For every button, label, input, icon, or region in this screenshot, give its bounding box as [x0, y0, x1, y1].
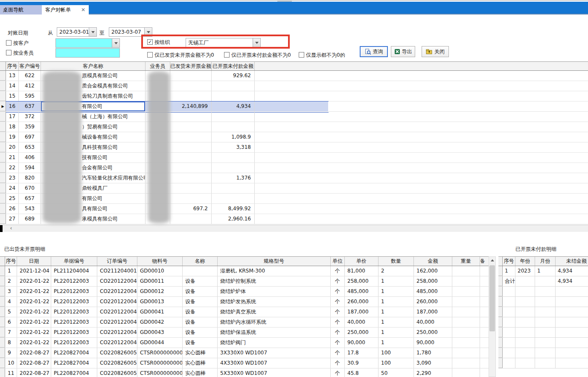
by-org-checkbox[interactable]: ✓: [147, 39, 153, 45]
table-row[interactable]: 22 594 合金有限公司: [0, 163, 588, 173]
table-row[interactable]: ▶ 16 637 有限公司 2,140,899 4,934: [0, 102, 588, 112]
col-header-qty[interactable]: 数量: [378, 257, 414, 266]
table-row[interactable]: 17 372 械（上海）有限公司: [0, 112, 588, 122]
row-selector-cell[interactable]: [0, 287, 5, 296]
row-selector-cell[interactable]: [498, 297, 503, 307]
row-selector-cell[interactable]: [0, 112, 6, 122]
row-selector-cell[interactable]: [0, 214, 6, 224]
col-header-no[interactable]: 序号: [503, 257, 515, 266]
table-row[interactable]: 14 412 质合金模具有限公司: [0, 81, 588, 91]
chevron-down-icon[interactable]: [112, 39, 119, 47]
tab-desktop-navigation[interactable]: 桌面导航: [0, 5, 42, 14]
table-row[interactable]: 25 657 有限公司: [0, 194, 588, 204]
table-row[interactable]: [498, 317, 588, 328]
col-header-year[interactable]: 年份: [515, 257, 535, 266]
scrollbar-position-bar[interactable]: [0, 225, 3, 232]
table-row[interactable]: 20 653 具科技有限公司 3,318: [0, 142, 588, 153]
row-selector-cell[interactable]: [0, 91, 6, 101]
to-date-select[interactable]: 2023-03-07: [109, 27, 152, 37]
row-selector-cell[interactable]: [498, 287, 503, 296]
col-header-code[interactable]: 客户编号: [19, 62, 41, 70]
col-header-no[interactable]: 序号: [5, 257, 17, 266]
col-header-remark[interactable]: 备: [480, 257, 489, 266]
row-selector-cell[interactable]: ▶: [0, 102, 6, 111]
row-selector-cell[interactable]: [0, 338, 5, 348]
table-row[interactable]: 2 2022-01-22 PL220122003 CO220122004 GD0…: [0, 276, 489, 287]
chevron-down-icon[interactable]: [144, 28, 152, 36]
row-selector-cell[interactable]: [0, 348, 5, 358]
chevron-down-icon[interactable]: [89, 28, 96, 36]
query-button[interactable]: 查询: [360, 46, 388, 57]
row-selector-cell[interactable]: [498, 317, 503, 327]
chevron-down-icon[interactable]: [253, 38, 260, 47]
row-selector-cell[interactable]: [498, 266, 503, 276]
only-invoiced-nonzero-checkbox[interactable]: [224, 52, 230, 58]
only-shipped-nonzero-checkbox[interactable]: [147, 52, 153, 58]
table-row[interactable]: 13 622 原模具有限公司 929.62: [0, 71, 588, 81]
row-selector-cell[interactable]: [0, 317, 5, 327]
col-header-weight[interactable]: 重量: [452, 257, 480, 266]
by-customer-checkbox[interactable]: [6, 40, 12, 46]
close-button[interactable]: 关闭: [422, 46, 449, 57]
col-header-name[interactable]: 客户名称: [41, 62, 146, 70]
scroll-left-icon[interactable]: ‹: [8, 225, 15, 232]
col-header-spec[interactable]: 规格型号: [218, 257, 331, 266]
table-row[interactable]: 合计 4,934: [498, 276, 588, 287]
col-header-name[interactable]: 名称: [183, 257, 218, 266]
row-selector-cell[interactable]: [0, 71, 6, 81]
col-header-date[interactable]: 日期: [17, 257, 51, 266]
row-selector-cell[interactable]: [0, 358, 5, 368]
row-selector-cell[interactable]: [0, 266, 5, 276]
col-header-item-no[interactable]: 物料号: [137, 257, 183, 266]
col-header-amount[interactable]: 金额: [414, 257, 452, 266]
col-header-salesman[interactable]: 业务员: [146, 62, 170, 70]
table-row[interactable]: 11 2022-08-27 PL220827004 CO220826005 CT…: [0, 368, 489, 377]
table-row[interactable]: 21 406 技有限公司: [0, 153, 588, 163]
row-selector-cell[interactable]: [498, 348, 503, 358]
row-selector-cell[interactable]: [498, 276, 503, 286]
close-icon[interactable]: ✕: [81, 5, 85, 14]
table-row[interactable]: [498, 328, 588, 338]
table-row[interactable]: 26 543 具有限公司 697.2 8,499.92: [0, 204, 588, 214]
table-row[interactable]: 23 820 汽车轻量化技术应用有限公司 1,376: [0, 173, 588, 183]
table-row[interactable]: 15 595 齿轮刀具制造有限公司: [0, 91, 588, 102]
row-selector-cell[interactable]: [0, 122, 6, 132]
table-row[interactable]: 8 2022-01-22 PL220122003 CO220122004 GD0…: [0, 338, 489, 348]
row-selector-cell[interactable]: [498, 307, 503, 317]
scrollbar-thumb[interactable]: [489, 265, 495, 331]
table-row[interactable]: 24 670 鼎铨模具厂: [0, 183, 588, 194]
row-selector-cell[interactable]: [0, 142, 6, 152]
table-row[interactable]: 1 2023 1 4,934: [498, 266, 588, 276]
table-row[interactable]: 19 697 械设备有限公司 1,098.9: [0, 132, 588, 142]
table-row[interactable]: 6 2022-01-22 PL220122003 CO220122004 GD0…: [0, 317, 489, 328]
scroll-up-icon[interactable]: [489, 257, 495, 264]
table-row[interactable]: 1 2021-12-04 PL211204004 CO211204001 GD0…: [0, 266, 489, 276]
row-selector-cell[interactable]: [0, 276, 5, 286]
col-header-price[interactable]: 单价: [345, 257, 378, 266]
col-header-order-no[interactable]: 订单编号: [97, 257, 137, 266]
row-selector-cell[interactable]: [0, 132, 6, 142]
table-row[interactable]: 3 2022-01-22 PL220122003 CO220122004 GD0…: [0, 287, 489, 297]
table-row[interactable]: [498, 287, 588, 297]
row-selector-cell[interactable]: [0, 81, 6, 91]
table-row[interactable]: 18 359 ）贸易有限公司: [0, 122, 588, 132]
row-selector-cell[interactable]: [0, 368, 5, 377]
by-salesman-checkbox[interactable]: [6, 50, 12, 55]
row-selector-cell[interactable]: [498, 328, 503, 337]
org-select[interactable]: 无锡工厂: [186, 38, 261, 47]
table-row[interactable]: 9 2022-08-27 PL220827004 CO220826005 CTS…: [0, 348, 489, 358]
from-date-select[interactable]: 2023-03-01: [57, 27, 97, 37]
col-header-shipped[interactable]: 已发货未开票金额: [170, 62, 212, 70]
col-header-no[interactable]: 序号: [6, 62, 19, 70]
col-header-unit[interactable]: 单位: [331, 257, 345, 266]
table-row[interactable]: [498, 348, 588, 358]
row-selector-cell[interactable]: [0, 307, 5, 317]
customer-select[interactable]: [55, 38, 120, 48]
horizontal-scrollbar[interactable]: ‹: [0, 225, 588, 232]
table-row[interactable]: [498, 358, 588, 368]
table-row[interactable]: [498, 307, 588, 317]
col-header-invoiced[interactable]: 已开票未付款金额: [212, 62, 255, 70]
table-row[interactable]: [498, 297, 588, 307]
col-header-month[interactable]: 月份: [535, 257, 556, 266]
row-selector-cell[interactable]: [0, 173, 6, 183]
